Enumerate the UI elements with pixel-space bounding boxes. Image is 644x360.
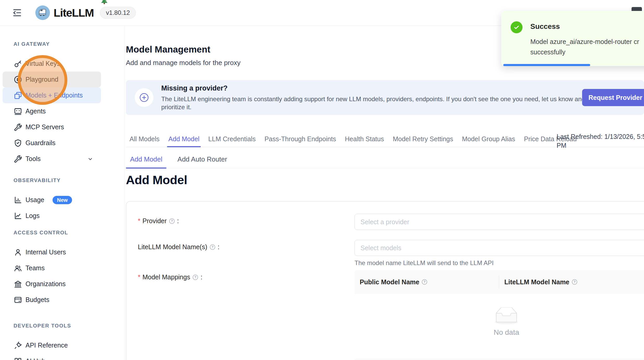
sidebar-item-guardrails[interactable]: Guardrails (3, 135, 101, 151)
add-model-heading: Add Model (126, 173, 187, 187)
sidebar-item-label: Organizations (25, 280, 66, 288)
chevron-down-icon (87, 156, 94, 162)
column-litellm-model-name: LiteLLM Model Name ? (499, 278, 644, 286)
add-model-subtabs: Add Model Add Auto Router (126, 150, 644, 168)
models-help-text: The model name LiteLLM will send to the … (355, 259, 494, 267)
success-check-icon (511, 21, 523, 33)
wrench-icon (14, 123, 22, 132)
sidebar-section-access-control: ACCESS CONTROL Internal Users Teams (0, 230, 125, 308)
sidebar-section-observability: OBSERVABILITY Usage New Logs (0, 177, 125, 224)
mappings-table-body: No data (355, 294, 644, 359)
bank-icon (14, 280, 22, 288)
line-chart-icon (14, 211, 22, 220)
wrench-icon (14, 155, 22, 163)
christmas-tree-icon (100, 0, 109, 7)
sidebar-item-organizations[interactable]: Organizations (3, 276, 101, 292)
tab-llm-credentials[interactable]: LLM Credentials (208, 131, 256, 147)
section-label: OBSERVABILITY (14, 177, 125, 184)
add-model-form: * Provider ? : LiteLLM Model Name(s) ? :… (126, 201, 644, 360)
sidebar-item-label: Usage (25, 196, 44, 204)
page-title: Model Management (126, 44, 210, 55)
provider-label: * Provider ? : (138, 217, 179, 225)
plus-circle-icon (135, 88, 153, 107)
tab-add-model[interactable]: Add Model (168, 131, 199, 147)
budget-card-icon (14, 295, 22, 304)
svg-text:?: ? (171, 219, 173, 223)
sidebar-item-label: Logs (25, 212, 40, 220)
help-circle-icon[interactable]: ? (209, 244, 216, 250)
required-asterisk: * (138, 217, 140, 225)
sidebar-item-label: Agents (25, 107, 46, 115)
brand-logo[interactable]: LiteLLM v1.80.12 (35, 5, 136, 20)
bar-chart-icon (14, 196, 22, 204)
sidebar-item-internal-users[interactable]: Internal Users (3, 244, 101, 260)
version-badge: v1.80.12 (100, 7, 136, 19)
help-circle-icon[interactable]: ? (169, 218, 175, 224)
sidebar-item-ai-hub[interactable]: AI Hub (3, 353, 101, 360)
new-badge: New (53, 196, 72, 204)
click-indicator-circle (18, 55, 67, 105)
tab-model-retry-settings[interactable]: Model Retry Settings (393, 131, 453, 147)
plug-icon (14, 341, 22, 350)
subtab-add-auto-router[interactable]: Add Auto Router (173, 150, 231, 168)
sidebar-item-logs[interactable]: Logs (3, 208, 101, 224)
sidebar-item-mcp-servers[interactable]: MCP Servers (3, 119, 101, 135)
litellm-logo-icon (35, 5, 50, 20)
sidebar-item-tools[interactable]: Tools (3, 151, 101, 167)
brand-name: LiteLLM (54, 7, 94, 19)
users-icon (14, 264, 22, 273)
agent-icon (14, 107, 22, 116)
toast-title: Success (530, 22, 560, 31)
sidebar-item-label: API Reference (25, 342, 68, 349)
section-label: DEVELOPER TOOLS (14, 323, 125, 329)
sidebar-item-label: AI Hub (25, 357, 45, 360)
toast-progress-bar (503, 64, 590, 66)
litellm-admin-app: LiteLLM v1.80.12 AI GATEWAY (0, 0, 644, 360)
page-subtitle: Add and manage models for the proxy (126, 59, 241, 67)
empty-state: No data (345, 307, 644, 337)
section-label: ACCESS CONTROL (14, 230, 125, 236)
shield-check-icon (14, 139, 22, 147)
models-select-input[interactable] (355, 240, 644, 256)
sidebar-item-label: Tools (25, 155, 41, 163)
model-mappings-label: * Model Mappings ? : (138, 273, 202, 281)
provider-select-input[interactable] (355, 214, 644, 230)
sidebar-item-usage[interactable]: Usage New (3, 192, 101, 208)
tab-all-models[interactable]: All Models (130, 131, 159, 147)
sidebar-item-teams[interactable]: Teams (3, 260, 101, 276)
required-asterisk: * (138, 273, 140, 281)
request-provider-button[interactable]: Request Provider (582, 89, 644, 106)
empty-inbox-icon (492, 307, 521, 326)
sidebar-item-label: Guardrails (25, 139, 55, 147)
sidebar-item-budgets[interactable]: Budgets (3, 292, 101, 308)
sidebar-section-developer-tools: DEVELOPER TOOLS API Reference AI Hub (0, 323, 125, 360)
tab-model-group-alias[interactable]: Model Group Alias (462, 131, 515, 147)
banner-body: The LiteLLM engineering team is constant… (161, 95, 603, 111)
svg-text:?: ? (211, 245, 214, 249)
tab-pass-through-endpoints[interactable]: Pass-Through Endpoints (265, 131, 336, 147)
key-icon (14, 59, 22, 68)
sidebar-item-agents[interactable]: Agents (3, 103, 101, 119)
help-circle-icon[interactable]: ? (421, 279, 428, 285)
sidebar-item-label: Internal Users (25, 248, 66, 256)
subtab-add-model[interactable]: Add Model (126, 150, 166, 168)
sidebar-item-api-reference[interactable]: API Reference (3, 337, 101, 353)
tab-health-status[interactable]: Health Status (345, 131, 384, 147)
grid-icon (14, 357, 22, 360)
svg-text:?: ? (423, 280, 426, 284)
sidebar-collapse-icon[interactable] (12, 7, 23, 18)
user-icon (14, 248, 22, 257)
section-label: AI GATEWAY (14, 41, 125, 47)
help-circle-icon[interactable]: ? (571, 279, 578, 285)
no-data-text: No data (345, 328, 644, 337)
sidebar-item-label: Budgets (25, 296, 49, 304)
banner-title: Missing a provider? (161, 84, 603, 92)
success-toast[interactable]: Success Model azure_ai/azure-model-route… (501, 11, 644, 66)
missing-provider-banner: Missing a provider? The LiteLLM engineer… (126, 80, 644, 115)
toast-message: Model azure_ai/azure-model-router cr suc… (530, 36, 639, 57)
help-circle-icon[interactable]: ? (192, 274, 198, 280)
mappings-table-header: Public Model Name ? LiteLLM Model Name ? (355, 270, 644, 294)
svg-text:?: ? (574, 280, 576, 284)
svg-text:?: ? (194, 275, 196, 279)
sidebar-section-ai-gateway: AI GATEWAY Virtual Keys Playground (0, 41, 125, 167)
